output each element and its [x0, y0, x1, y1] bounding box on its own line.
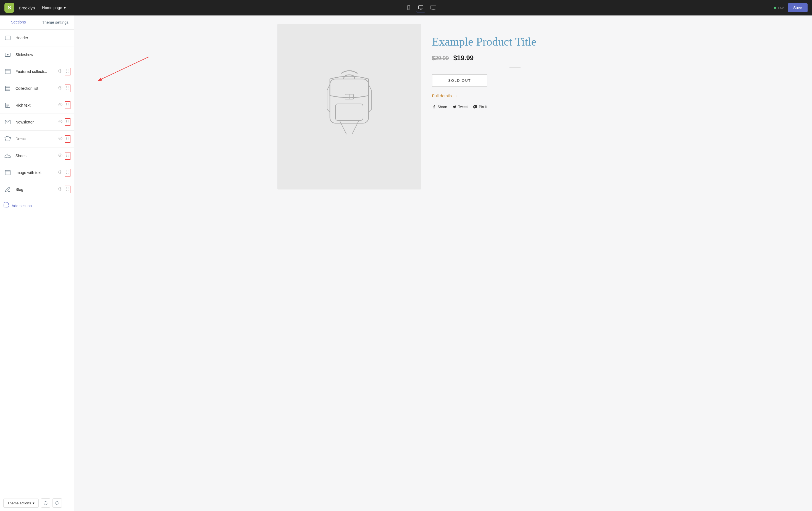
- rich-text-drag-handle[interactable]: ⠿: [65, 101, 70, 109]
- theme-actions-button[interactable]: Theme actions ▾: [3, 499, 39, 508]
- topbar-center: [404, 3, 438, 12]
- add-section-label: Add section: [11, 204, 32, 208]
- svg-rect-12: [5, 69, 10, 74]
- store-name: Brooklyn: [19, 5, 35, 10]
- svg-rect-5: [431, 6, 436, 9]
- header-label: Header: [16, 36, 70, 40]
- sidebar: Sections Theme settings Header Slideshow: [0, 16, 74, 511]
- sidebar-item-featured-collection[interactable]: Featured collecti... ⠿: [0, 63, 74, 80]
- svg-point-1: [409, 9, 409, 9]
- tab-theme-settings[interactable]: Theme settings: [37, 16, 74, 29]
- sidebar-item-slideshow[interactable]: Slideshow: [0, 47, 74, 63]
- live-label: Live: [778, 6, 784, 10]
- text-icon: [3, 101, 12, 110]
- backpack-illustration: [313, 65, 385, 148]
- pin-label: Pin it: [479, 105, 487, 109]
- newsletter-drag-handle[interactable]: ⠿: [65, 118, 70, 126]
- featured-collection-drag-handle[interactable]: ⠿: [65, 68, 70, 76]
- blog-eye-icon[interactable]: [57, 186, 63, 193]
- product-price: $29.99 $19.99: [432, 54, 598, 62]
- full-details-link[interactable]: Full details →: [432, 93, 598, 98]
- redo-button[interactable]: [53, 498, 62, 508]
- rich-text-eye-icon[interactable]: [57, 101, 63, 109]
- canvas-area: Example Product Title $29.99 $19.99 SOLD…: [74, 16, 812, 511]
- svg-rect-16: [5, 86, 10, 91]
- sidebar-item-dress[interactable]: Dress ⠿: [0, 131, 74, 148]
- shoes-drag-handle[interactable]: ⠿: [65, 152, 70, 160]
- dress-label: Dress: [16, 137, 57, 141]
- mobile-icon: [406, 5, 411, 10]
- image-text-icon: [3, 168, 12, 177]
- shoes-label: Shoes: [16, 154, 57, 158]
- dress-drag-handle[interactable]: ⠿: [65, 135, 70, 143]
- pinterest-icon: [473, 105, 477, 109]
- blog-icon: [3, 185, 12, 194]
- product-image-area: [278, 24, 421, 189]
- sidebar-item-newsletter[interactable]: Newsletter ⠿: [0, 114, 74, 131]
- newsletter-eye-icon[interactable]: [57, 118, 63, 126]
- featured-collection-eye-icon[interactable]: [57, 68, 63, 76]
- tweet-label: Tweet: [458, 105, 468, 109]
- topbar-left: S Brooklyn Home page ▾: [4, 3, 68, 13]
- add-section-button[interactable]: Add section: [0, 198, 74, 213]
- price-divider: [510, 67, 521, 68]
- blog-label: Blog: [16, 187, 57, 192]
- mobile-view-button[interactable]: [404, 3, 413, 12]
- arrow-annotation: [80, 43, 163, 98]
- newsletter-label: Newsletter: [16, 120, 57, 124]
- blog-drag-handle[interactable]: ⠿: [65, 186, 70, 193]
- collection-list-drag-handle[interactable]: ⠿: [65, 85, 70, 92]
- wide-icon: [430, 5, 436, 10]
- share-button[interactable]: Share: [432, 105, 447, 109]
- svg-point-15: [60, 70, 61, 71]
- undo-icon: [44, 501, 48, 505]
- image-with-text-eye-icon[interactable]: [57, 169, 63, 177]
- svg-rect-30: [5, 171, 10, 175]
- sidebar-item-blog[interactable]: Blog ⠿: [0, 181, 74, 198]
- sidebar-item-shoes[interactable]: Shoes ⠿: [0, 148, 74, 164]
- live-indicator: Live: [774, 6, 784, 10]
- sidebar-item-rich-text[interactable]: Rich text ⠿: [0, 97, 74, 114]
- svg-point-28: [60, 138, 61, 139]
- sidebar-item-header[interactable]: Header: [0, 30, 74, 47]
- collection-icon: [3, 67, 12, 76]
- desktop-view-button[interactable]: [416, 3, 425, 12]
- price-sale: $19.99: [454, 54, 473, 62]
- share-label: Share: [438, 105, 447, 109]
- pin-button[interactable]: Pin it: [473, 105, 487, 109]
- sidebar-item-collection-list[interactable]: Collection list ⠿: [0, 80, 74, 97]
- list-icon: [3, 84, 12, 93]
- svg-point-29: [60, 155, 61, 156]
- tweet-button[interactable]: Tweet: [453, 105, 468, 109]
- svg-point-25: [60, 104, 61, 105]
- sold-out-button[interactable]: SOLD OUT: [432, 74, 487, 87]
- svg-point-33: [60, 172, 61, 173]
- collection-list-eye-icon[interactable]: [57, 85, 63, 92]
- svg-line-39: [102, 57, 149, 79]
- arrow-right-icon: →: [454, 93, 458, 98]
- sidebar-item-image-with-text[interactable]: Image with text ⠿: [0, 164, 74, 181]
- full-details-label: Full details: [432, 93, 452, 98]
- tab-sections[interactable]: Sections: [0, 16, 37, 29]
- dress-eye-icon[interactable]: [57, 135, 63, 143]
- image-with-text-drag-handle[interactable]: ⠿: [65, 169, 70, 177]
- svg-point-27: [60, 121, 61, 122]
- undo-button[interactable]: [41, 498, 50, 508]
- dress-icon: [3, 134, 12, 143]
- sidebar-list: Header Slideshow Featured collecti... ⠿: [0, 30, 74, 495]
- price-original: $29.99: [432, 55, 449, 61]
- collection-list-label: Collection list: [16, 86, 57, 91]
- social-share: Share Tweet Pin it: [432, 105, 598, 109]
- shoes-eye-icon[interactable]: [57, 152, 63, 160]
- sidebar-tabs: Sections Theme settings: [0, 16, 74, 30]
- theme-actions-chevron-icon: ▾: [33, 501, 34, 505]
- save-button[interactable]: Save: [788, 3, 808, 12]
- wide-view-button[interactable]: [429, 3, 438, 12]
- live-dot: [774, 7, 776, 9]
- slideshow-icon: [3, 50, 12, 59]
- add-section-icon: [3, 202, 9, 209]
- page-selector[interactable]: Home page ▾: [39, 4, 68, 11]
- preview-frame: Example Product Title $29.99 $19.99 SOLD…: [278, 24, 609, 189]
- facebook-icon: [432, 105, 436, 109]
- newsletter-icon: [3, 118, 12, 126]
